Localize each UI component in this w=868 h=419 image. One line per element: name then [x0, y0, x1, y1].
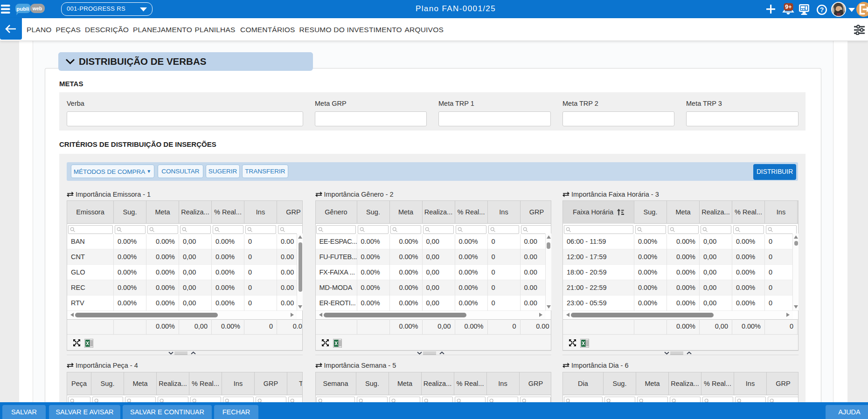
svg-text:9+: 9+: [785, 4, 792, 10]
svg-text:web: web: [32, 6, 42, 11]
svg-text:publi: publi: [16, 6, 29, 12]
svg-text:?: ?: [820, 6, 824, 14]
